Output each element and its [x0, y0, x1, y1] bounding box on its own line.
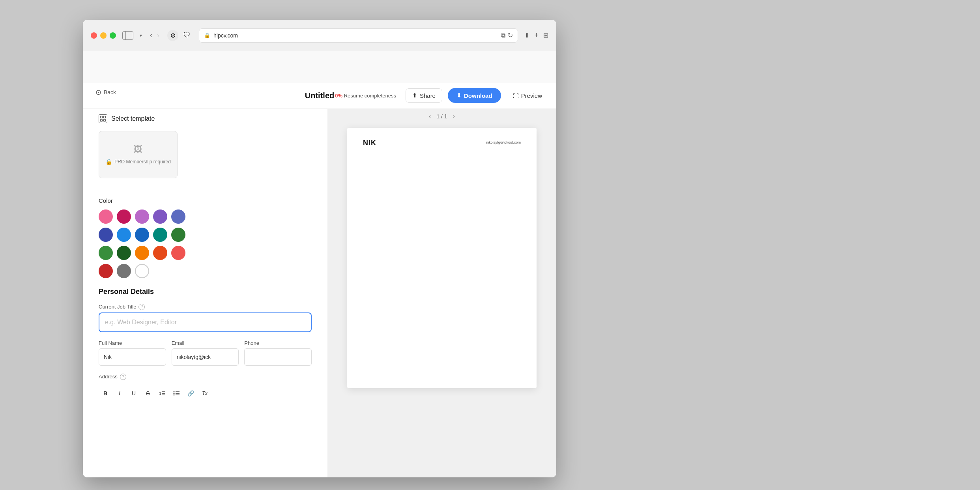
color-swatch-dark-blue[interactable]: [135, 228, 149, 242]
clear-format-button[interactable]: Tx: [198, 387, 211, 399]
color-swatch-white[interactable]: [135, 264, 149, 278]
color-swatch-deep-purple[interactable]: [153, 209, 167, 224]
back-nav-icon[interactable]: ‹: [148, 30, 154, 41]
translate-icon[interactable]: ⧉: [501, 32, 505, 39]
share-button[interactable]: ⬆ Share: [406, 88, 442, 103]
traffic-lights: [91, 32, 116, 39]
pro-membership-label: PRO Membership required: [114, 159, 171, 165]
full-name-input[interactable]: [99, 348, 166, 366]
underline-button[interactable]: U: [127, 387, 140, 399]
prev-page-button[interactable]: ‹: [429, 113, 431, 120]
address-help-icon[interactable]: ?: [120, 374, 126, 380]
resume-name: NIK: [363, 139, 376, 147]
email-label: Email: [172, 340, 239, 346]
color-swatch-deep-orange[interactable]: [153, 246, 167, 260]
back-link[interactable]: ⊙ Back: [95, 88, 116, 97]
download-button[interactable]: ⬇ Download: [448, 88, 501, 103]
new-tab-icon[interactable]: +: [534, 31, 539, 39]
address-label: Address ?: [99, 374, 312, 380]
tabs-icon[interactable]: ⊞: [543, 32, 548, 39]
resume-email: nikolaytg@ickout.com: [486, 140, 521, 144]
svg-rect-2: [101, 119, 103, 121]
phone-input[interactable]: [244, 348, 312, 366]
resume-preview: NIK nikolaytg@ickout.com: [347, 128, 537, 388]
formatting-toolbar: B I U S 1.: [99, 384, 312, 402]
top-toolbar: ⊙ Back Untitled 0% Resume completeness ⬆: [83, 83, 556, 109]
svg-point-8: [174, 391, 175, 392]
lock-icon: 🔒: [105, 159, 112, 165]
color-swatch-crimson[interactable]: [117, 209, 131, 224]
url-text: hipcv.com: [213, 32, 238, 39]
browser-right-icons: ⬆ + ⊞: [524, 31, 548, 39]
template-preview-card: 🖼 🔒 PRO Membership required: [99, 131, 178, 178]
page-navigation: ‹ 1 / 1 ›: [429, 113, 455, 120]
content-area: Select template 🖼 🔒 PRO Membership requi…: [83, 105, 556, 477]
job-title-help-icon[interactable]: ?: [138, 304, 145, 310]
color-swatch-light-green[interactable]: [99, 246, 113, 260]
maximize-button[interactable]: [110, 32, 116, 39]
app-content: ⊙ Back Untitled 0% Resume completeness ⬆: [83, 51, 556, 477]
preview-icon: ⛶: [513, 92, 519, 99]
shield-icon: 🛡: [181, 30, 193, 41]
color-swatch-dark-red[interactable]: [99, 264, 113, 278]
forward-nav-icon[interactable]: ›: [155, 30, 161, 41]
sidebar-toggle[interactable]: [122, 31, 133, 40]
share-icon: ⬆: [412, 92, 417, 99]
italic-button[interactable]: I: [113, 387, 126, 399]
dropdown-chevron-icon[interactable]: ▾: [140, 33, 142, 38]
preview-panel: ‹ 1 / 1 › NIK nikolaytg@ickout.com: [327, 105, 556, 477]
email-input[interactable]: [172, 348, 239, 366]
select-template-label: Select template: [111, 115, 155, 122]
browser-chrome: ▾ ‹ › ⊘ 🛡 🔒 hipcv.com ⧉ ↻ ⬆ + ⊞: [83, 20, 556, 51]
reload-icon[interactable]: ↻: [508, 32, 513, 39]
color-swatch-gray[interactable]: [117, 264, 131, 278]
svg-rect-1: [104, 116, 106, 118]
ordered-list-button[interactable]: 1.: [155, 387, 169, 399]
phone-field: Phone: [244, 340, 312, 366]
svg-rect-0: [101, 116, 103, 118]
color-swatch-blue[interactable]: [117, 228, 131, 242]
color-grid: [99, 209, 312, 278]
color-section: Color: [99, 197, 312, 278]
color-label: Color: [99, 197, 312, 204]
next-page-button[interactable]: ›: [453, 113, 455, 120]
completeness-label: Resume completeness: [344, 93, 396, 99]
color-swatch-indigo[interactable]: [171, 209, 185, 224]
color-swatch-green[interactable]: [171, 228, 185, 242]
unordered-list-button[interactable]: [170, 387, 183, 399]
color-swatch-pink[interactable]: [99, 209, 113, 224]
full-name-field: Full Name: [99, 340, 166, 366]
share-browser-icon[interactable]: ⬆: [524, 32, 529, 39]
color-swatch-orange[interactable]: [135, 246, 149, 260]
address-bar[interactable]: 🔒 hipcv.com ⧉ ↻: [199, 28, 518, 43]
back-icon: ⊙: [95, 88, 101, 97]
color-swatch-lavender[interactable]: [135, 209, 149, 224]
color-swatch-teal[interactable]: [153, 228, 167, 242]
close-button[interactable]: [91, 32, 97, 39]
color-swatch-dark-indigo[interactable]: [99, 228, 113, 242]
completeness-pct: 0%: [335, 93, 342, 99]
page-indicator: 1 / 1: [436, 113, 447, 120]
bold-button[interactable]: B: [99, 387, 112, 399]
strikethrough-button[interactable]: S: [141, 387, 155, 399]
browser-window: ▾ ‹ › ⊘ 🛡 🔒 hipcv.com ⧉ ↻ ⬆ + ⊞: [83, 20, 556, 477]
select-template-button[interactable]: Select template: [99, 114, 312, 123]
job-title-input[interactable]: [99, 312, 312, 332]
back-label: Back: [104, 89, 116, 95]
color-swatch-dark-green[interactable]: [117, 246, 131, 260]
color-swatch-red[interactable]: [171, 246, 185, 260]
link-button[interactable]: 🔗: [184, 387, 197, 399]
editor-panel: Select template 🖼 🔒 PRO Membership requi…: [83, 105, 327, 477]
email-field: Email: [172, 340, 239, 366]
job-title-label: Current Job Title ?: [99, 304, 312, 310]
svg-rect-3: [104, 119, 106, 121]
svg-point-9: [174, 393, 175, 394]
download-icon: ⬇: [456, 92, 462, 99]
block-icon: ⊘: [167, 30, 178, 41]
minimize-button[interactable]: [100, 32, 107, 39]
personal-details-section: Personal Details Current Job Title ? Ful…: [99, 288, 312, 402]
nav-arrows: ‹ ›: [148, 30, 161, 41]
preview-button[interactable]: ⛶ Preview: [507, 89, 548, 102]
svg-point-10: [174, 394, 175, 395]
name-email-phone-row: Full Name Email Phone: [99, 340, 312, 366]
